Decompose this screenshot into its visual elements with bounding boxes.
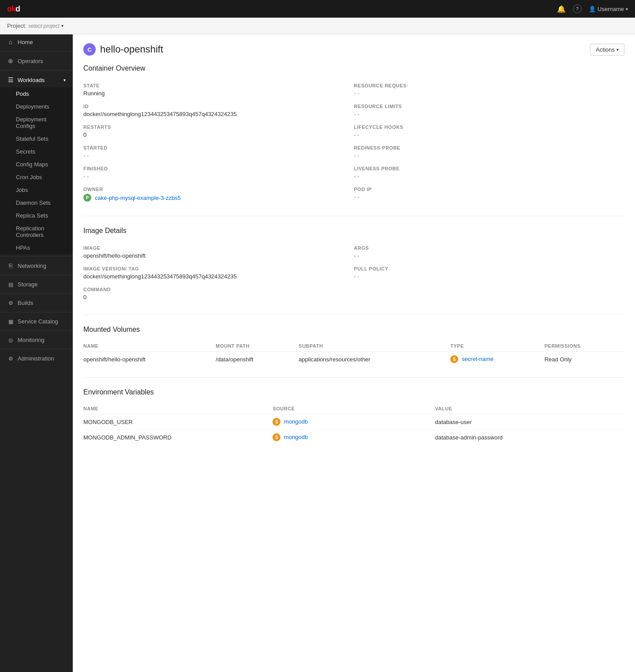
detail-cell-args: ARGS - - — [354, 242, 625, 263]
sidebar-item-storage[interactable]: ▤ Storage — [0, 277, 73, 292]
detail-cell-command: COMMAND 0 — [83, 283, 354, 304]
volume-mount-path: /data/openshift — [216, 352, 299, 367]
sidebar-item-monitoring[interactable]: ◎ Monitoring — [0, 333, 73, 347]
builds-icon: ⚙ — [7, 300, 14, 306]
detail-cell-owner: OWNER P cake-php-mysql-example-3-zzbs5 — [83, 183, 354, 205]
notifications-icon[interactable]: 🔔 — [557, 5, 566, 13]
readiness-probe-value: - - — [354, 152, 625, 159]
topnav: okd 🔔 ? 👤 Username ▾ — [0, 0, 635, 18]
env-source-link-1[interactable]: mongodb — [284, 418, 308, 425]
lifecycle-hooks-value: - - — [354, 131, 625, 138]
secret-name-link[interactable]: secret-name — [462, 356, 493, 362]
sidebar-item-networking[interactable]: ⎘ Networking — [0, 258, 73, 273]
project-name: select project — [28, 23, 60, 29]
detail-cell-pod-ip: POD IP - - — [354, 183, 625, 205]
state-value: Running — [83, 90, 354, 97]
image-details-section: Image Details IMAGE openshift/hello-open… — [83, 227, 624, 315]
env-variables-section: Environment Variables NAME SOURCE VALUE … — [83, 388, 624, 455]
page-title: hello-openshift — [100, 44, 163, 55]
sidebar-subitem-daemon-sets[interactable]: Daemon Sets — [0, 196, 73, 209]
sidebar-subitem-deployments[interactable]: Deployments — [0, 100, 73, 113]
env-value-1: database-user — [435, 414, 624, 430]
sidebar-service-catalog-label: Service Catalog — [18, 318, 58, 325]
resource-limits-value: - - — [354, 111, 625, 117]
sidebar-item-workloads[interactable]: ☰ Workloads ▾ — [0, 72, 73, 87]
col-type: TYPE — [450, 341, 544, 352]
sidebar-item-service-catalog[interactable]: ▦ Service Catalog — [0, 314, 73, 329]
env-variables-title: Environment Variables — [83, 388, 624, 396]
page-header: C hello-openshift Actions ▾ — [83, 43, 624, 56]
mounted-volumes-table: NAME MOUNT PATH SUBPATH TYPE PERMISSIONS… — [83, 341, 624, 367]
sidebar-builds-label: Builds — [18, 300, 33, 306]
sidebar-subitem-replication-controllers[interactable]: Replication Controllers — [0, 222, 73, 241]
help-icon[interactable]: ? — [573, 4, 582, 13]
sidebar-subitem-jobs[interactable]: Jobs — [0, 184, 73, 196]
home-icon: ⌂ — [7, 38, 14, 45]
detail-cell-readiness-probe: REDINESS PROBE - - — [354, 142, 625, 162]
env-col-value: VALUE — [435, 403, 624, 414]
pod-type-badge: C — [83, 43, 96, 56]
sidebar-monitoring-label: Monitoring — [18, 337, 45, 343]
volume-name: openshift/hello-openshift — [83, 352, 216, 367]
app-logo[interactable]: okd — [7, 4, 20, 14]
col-mount-path: MOUNT PATH — [216, 341, 299, 352]
sidebar-item-builds[interactable]: ⚙ Builds — [0, 296, 73, 310]
owner-badge: P — [83, 194, 91, 202]
detail-cell-image: IMAGE openshift/hello-openshift — [83, 242, 354, 263]
env-source-link-2[interactable]: mongodb — [284, 434, 308, 440]
user-chevron-icon: ▾ — [626, 7, 628, 11]
sidebar-workloads-label: Workloads — [18, 77, 45, 83]
args-label: ARGS — [354, 245, 625, 251]
detail-cell-lifecycle-hooks: LIFECYCLE HOOKS - - — [354, 121, 625, 142]
sidebar-subitem-secrets[interactable]: Secrets — [0, 145, 73, 158]
owner-label: OWNER — [83, 187, 354, 192]
owner-link[interactable]: P cake-php-mysql-example-3-zzbs5 — [83, 194, 181, 202]
mounted-volumes-title: Mounted Volumes — [83, 326, 624, 334]
sidebar-subitem-replica-sets[interactable]: Replica Sets — [0, 209, 73, 222]
sidebar-subitem-config-maps[interactable]: Config Maps — [0, 158, 73, 171]
table-row: MONGODB_USER S mongodb database-user — [83, 414, 624, 430]
sidebar-subitem-hpas[interactable]: HPAs — [0, 241, 73, 254]
actions-button[interactable]: Actions ▾ — [590, 44, 624, 56]
secret-type-badge: S — [450, 355, 458, 363]
env-col-source: SOURCE — [273, 403, 435, 414]
project-selector[interactable]: select project ▾ — [28, 23, 64, 29]
col-subpath: SUBPATH — [299, 341, 450, 352]
mounted-volumes-section: Mounted Volumes NAME MOUNT PATH SUBPATH … — [83, 326, 624, 378]
col-name: NAME — [83, 341, 216, 352]
sidebar-item-home[interactable]: ⌂ Home — [0, 34, 73, 49]
user-menu[interactable]: 👤 Username ▾ — [589, 6, 628, 12]
detail-cell-id: ID docker//somethinglong123443253475893q… — [83, 100, 354, 121]
layout: ⌂ Home ⊕ Operators ☰ Workloads ▾ Pods De… — [0, 34, 635, 672]
sidebar-subitem-cron-jobs[interactable]: Cron Jobs — [0, 171, 73, 184]
volume-permissions: Read Only — [545, 352, 624, 367]
sidebar-networking-label: Networking — [18, 263, 46, 269]
sidebar-item-operators[interactable]: ⊕ Operators — [0, 53, 73, 68]
sidebar-subitem-stateful-sets[interactable]: Stateful Sets — [0, 132, 73, 145]
username-label: Username — [598, 6, 624, 12]
container-overview-section: Container Overview STATE Running RESOURC… — [83, 64, 624, 216]
command-value: 0 — [83, 294, 354, 300]
image-details-title: Image Details — [83, 227, 624, 235]
resource-requests-label: RESOURCE REQUES· — [354, 83, 625, 88]
sidebar-item-administration[interactable]: ⚙ Administration — [0, 351, 73, 366]
main-content-area: C hello-openshift Actions ▾ Container Ov… — [73, 34, 635, 672]
liveness-probe-label: LIVENESS PROBE — [354, 166, 625, 171]
id-value: docker//somethinglong123443253475893q457… — [83, 111, 354, 117]
workloads-subitems: Pods Deployments Deployment Configs Stat… — [0, 87, 73, 254]
sidebar-subitem-pods[interactable]: Pods — [0, 87, 73, 100]
command-label: COMMAND — [83, 287, 354, 292]
sidebar-home-label: Home — [18, 39, 33, 45]
workloads-icon: ☰ — [7, 76, 14, 83]
image-version-label: IMAGE VERSION/ TAG — [83, 266, 354, 271]
storage-icon: ▤ — [7, 282, 14, 288]
env-variables-table: NAME SOURCE VALUE MONGODB_USER S mongodb — [83, 403, 624, 445]
sidebar-subitem-deployment-configs[interactable]: Deployment Configs — [0, 113, 73, 132]
workloads-chevron-icon: ▾ — [64, 78, 66, 83]
detail-cell-finished: FINISHED - - — [83, 162, 354, 183]
sidebar-storage-label: Storage — [18, 281, 38, 288]
image-details-grid: IMAGE openshift/hello-openshift ARGS - -… — [83, 242, 624, 304]
actions-label: Actions — [596, 46, 615, 53]
env-name-1: MONGODB_USER — [83, 414, 273, 430]
table-row: openshift/hello-openshift /data/openshif… — [83, 352, 624, 367]
